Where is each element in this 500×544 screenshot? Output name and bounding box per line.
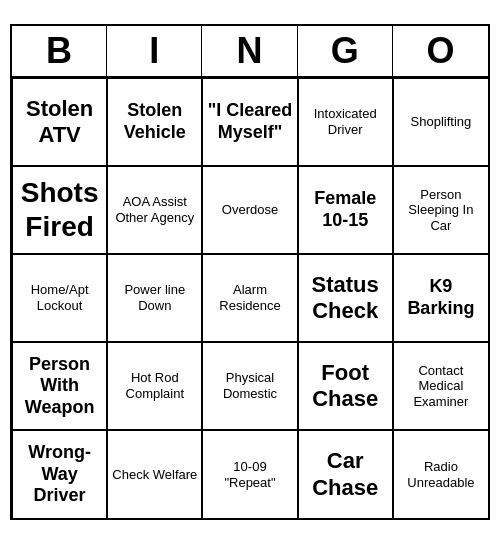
bingo-card: BINGO Stolen ATVStolen Vehicle"I Cleared… [10, 24, 490, 520]
bingo-cell-12[interactable]: Alarm Residence [202, 254, 297, 342]
cell-text-20: Wrong-Way Driver [17, 442, 102, 507]
cell-text-13: Status Check [303, 272, 388, 325]
bingo-cell-9[interactable]: Person Sleeping In Car [393, 166, 488, 254]
cell-text-14: K9 Barking [398, 276, 484, 319]
bingo-cell-13[interactable]: Status Check [298, 254, 393, 342]
cell-text-8: Female 10-15 [303, 188, 388, 231]
bingo-cell-11[interactable]: Power line Down [107, 254, 202, 342]
cell-text-5: Shots Fired [17, 176, 102, 243]
cell-text-17: Physical Domestic [207, 370, 292, 401]
bingo-cell-14[interactable]: K9 Barking [393, 254, 488, 342]
cell-text-10: Home/Apt Lockout [17, 282, 102, 313]
cell-text-15: Person With Weapon [17, 354, 102, 419]
cell-text-7: Overdose [222, 202, 278, 218]
header-letter-i: I [107, 26, 202, 76]
header-letter-g: G [298, 26, 393, 76]
cell-text-2: "I Cleared Myself" [207, 100, 292, 143]
bingo-cell-8[interactable]: Female 10-15 [298, 166, 393, 254]
header-letter-n: N [202, 26, 297, 76]
cell-text-24: Radio Unreadable [398, 459, 484, 490]
cell-text-21: Check Welfare [112, 467, 197, 483]
bingo-cell-10[interactable]: Home/Apt Lockout [12, 254, 107, 342]
cell-text-6: AOA Assist Other Agency [112, 194, 197, 225]
cell-text-12: Alarm Residence [207, 282, 292, 313]
bingo-cell-20[interactable]: Wrong-Way Driver [12, 430, 107, 518]
bingo-cell-22[interactable]: 10-09 "Repeat" [202, 430, 297, 518]
cell-text-16: Hot Rod Complaint [112, 370, 197, 401]
cell-text-18: Foot Chase [303, 360, 388, 413]
cell-text-4: Shoplifting [411, 114, 472, 130]
cell-text-3: Intoxicated Driver [303, 106, 388, 137]
cell-text-19: Contact Medical Examiner [398, 363, 484, 410]
bingo-cell-3[interactable]: Intoxicated Driver [298, 78, 393, 166]
bingo-cell-1[interactable]: Stolen Vehicle [107, 78, 202, 166]
header-letter-b: B [12, 26, 107, 76]
bingo-cell-16[interactable]: Hot Rod Complaint [107, 342, 202, 430]
cell-text-11: Power line Down [112, 282, 197, 313]
cell-text-22: 10-09 "Repeat" [207, 459, 292, 490]
bingo-cell-0[interactable]: Stolen ATV [12, 78, 107, 166]
bingo-cell-19[interactable]: Contact Medical Examiner [393, 342, 488, 430]
cell-text-9: Person Sleeping In Car [398, 187, 484, 234]
bingo-cell-2[interactable]: "I Cleared Myself" [202, 78, 297, 166]
bingo-cell-23[interactable]: Car Chase [298, 430, 393, 518]
header-letter-o: O [393, 26, 488, 76]
bingo-header: BINGO [12, 26, 488, 78]
bingo-grid: Stolen ATVStolen Vehicle"I Cleared Mysel… [12, 78, 488, 518]
cell-text-23: Car Chase [303, 448, 388, 501]
bingo-cell-5[interactable]: Shots Fired [12, 166, 107, 254]
bingo-cell-17[interactable]: Physical Domestic [202, 342, 297, 430]
bingo-cell-15[interactable]: Person With Weapon [12, 342, 107, 430]
cell-text-1: Stolen Vehicle [112, 100, 197, 143]
bingo-cell-4[interactable]: Shoplifting [393, 78, 488, 166]
cell-text-0: Stolen ATV [17, 96, 102, 149]
bingo-cell-18[interactable]: Foot Chase [298, 342, 393, 430]
bingo-cell-21[interactable]: Check Welfare [107, 430, 202, 518]
bingo-cell-24[interactable]: Radio Unreadable [393, 430, 488, 518]
bingo-cell-6[interactable]: AOA Assist Other Agency [107, 166, 202, 254]
bingo-cell-7[interactable]: Overdose [202, 166, 297, 254]
